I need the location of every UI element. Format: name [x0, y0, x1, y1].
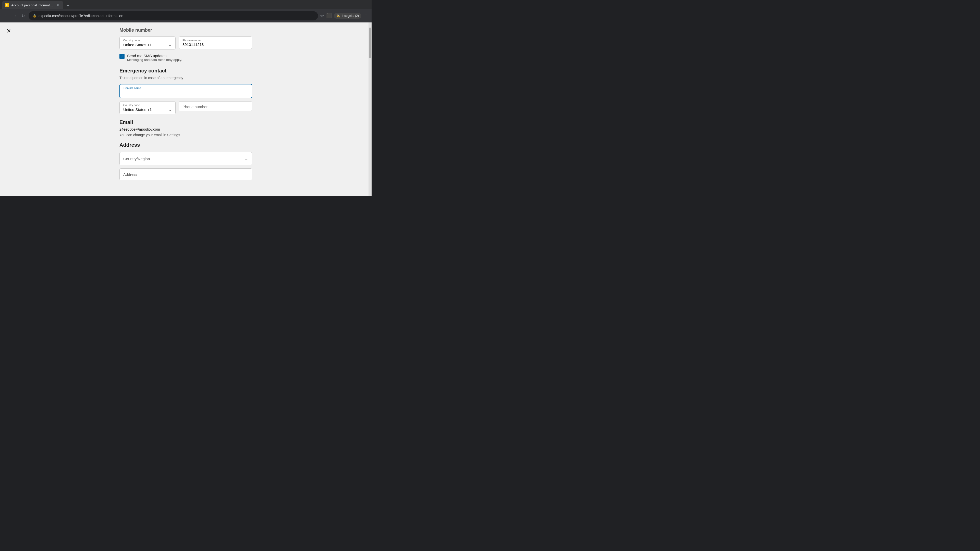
mobile-number-field-row: Country code United States +1 ⌄ Phone nu…: [119, 37, 252, 49]
incognito-badge[interactable]: 🕵️ Incognito (2): [334, 13, 361, 19]
emergency-country-code-group: Country code United States +1 ⌄: [119, 101, 176, 114]
sms-main-label: Send me SMS updates: [127, 54, 182, 58]
emergency-country-code-value: United States +1 ⌄: [123, 107, 172, 112]
scrollbar-thumb: [369, 27, 371, 58]
tab-bar: E Account personal information × +: [0, 0, 372, 9]
tab-favicon: E: [5, 3, 9, 7]
emergency-contact-description: Trusted person in case of an emergency: [119, 76, 252, 80]
address-bar[interactable]: 🔒 expedia.com/account/profile?edit=conta…: [29, 11, 318, 21]
lock-icon: 🔒: [33, 14, 37, 17]
nav-controls: ← → ↻: [3, 12, 27, 19]
scrollbar[interactable]: [369, 22, 372, 196]
forward-button[interactable]: →: [11, 12, 18, 19]
email-note: You can change your email in Settings.: [119, 133, 252, 137]
mobile-country-code-label: Country code: [123, 39, 172, 42]
reload-button[interactable]: ↻: [19, 12, 27, 19]
checkmark-icon: ✓: [121, 55, 124, 59]
email-title: Email: [119, 119, 252, 125]
address-title: Address: [119, 142, 252, 148]
address-bar-row: ← → ↻ 🔒 expedia.com/account/profile?edit…: [0, 9, 372, 22]
close-button[interactable]: ✕: [5, 27, 13, 35]
menu-icon[interactable]: ⋮: [363, 13, 369, 19]
contact-name-label: Contact name: [124, 86, 248, 89]
mobile-country-code-group: Country code United States +1 ⌄: [119, 37, 176, 49]
incognito-label: Incognito (2): [342, 14, 359, 17]
mobile-number-title: Mobile number: [119, 25, 252, 33]
mobile-phone-number-field[interactable]: Phone number: [179, 37, 252, 49]
sms-checkbox-text: Send me SMS updates Messaging and data r…: [127, 54, 182, 62]
sidebar-icon[interactable]: ⬛: [326, 13, 332, 19]
country-region-placeholder: Country/Region: [123, 157, 150, 161]
country-region-chevron: ⌄: [245, 156, 248, 162]
page-content: ✕ Mobile number Country code United Stat…: [0, 22, 372, 196]
emergency-contact-title: Emergency contact: [119, 68, 252, 74]
emergency-phone-row: Country code United States +1 ⌄: [119, 101, 252, 114]
new-tab-button[interactable]: +: [64, 2, 72, 9]
address-section: Address Country/Region ⌄ Address: [119, 142, 252, 180]
address-text-field[interactable]: Address: [119, 168, 252, 180]
emergency-country-code-chevron: ⌄: [169, 107, 172, 112]
mobile-number-section: Mobile number Country code United States…: [119, 25, 252, 62]
mobile-country-code-chevron: ⌄: [169, 42, 172, 47]
mobile-phone-label: Phone number: [183, 39, 248, 42]
sms-checkbox-row: ✓ Send me SMS updates Messaging and data…: [119, 54, 252, 62]
country-region-select[interactable]: Country/Region ⌄: [119, 152, 252, 165]
mobile-country-code-value: United States +1 ⌄: [123, 42, 172, 47]
emergency-phone-number-group: [179, 101, 252, 114]
contact-name-input[interactable]: [124, 90, 248, 96]
sms-sub-label: Messaging and data rates may apply.: [127, 58, 182, 62]
emergency-country-code-field[interactable]: Country code United States +1 ⌄: [119, 101, 176, 114]
sms-checkbox[interactable]: ✓: [119, 54, 124, 59]
tab-close-button[interactable]: ×: [56, 3, 60, 7]
email-section: Email 24ee050e@moodjoy.com You can chang…: [119, 119, 252, 137]
form-container: Mobile number Country code United States…: [115, 22, 257, 194]
bookmark-icon[interactable]: ☆: [320, 13, 324, 19]
emergency-country-code-label: Country code: [123, 103, 172, 106]
browser-actions: ☆ ⬛ 🕵️ Incognito (2) ⋮: [320, 13, 369, 19]
incognito-icon: 🕵️: [336, 14, 340, 17]
mobile-phone-input[interactable]: [183, 42, 248, 47]
mobile-phone-number-group: Phone number: [179, 37, 252, 49]
emergency-phone-number-field[interactable]: [179, 101, 252, 111]
tab-title: Account personal information: [11, 3, 54, 7]
email-value: 24ee050e@moodjoy.com: [119, 127, 252, 131]
mobile-country-code-field[interactable]: Country code United States +1 ⌄: [119, 37, 176, 49]
tab-account[interactable]: E Account personal information ×: [2, 1, 63, 9]
contact-name-field[interactable]: Contact name: [119, 84, 252, 98]
url-display: expedia.com/account/profile?edit=contact…: [38, 14, 314, 18]
address-placeholder: Address: [123, 172, 137, 176]
emergency-contact-section: Emergency contact Trusted person in case…: [119, 68, 252, 114]
emergency-phone-input[interactable]: [183, 105, 248, 109]
back-button[interactable]: ←: [3, 12, 10, 19]
